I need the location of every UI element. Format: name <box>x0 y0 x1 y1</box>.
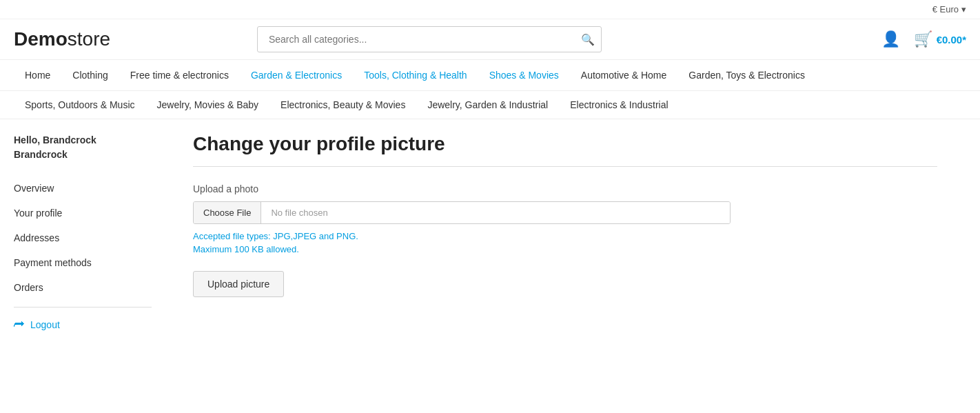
choose-file-button[interactable]: Choose File <box>194 202 261 223</box>
logout-label: Logout <box>30 319 60 330</box>
logo[interactable]: Demostore <box>14 28 110 50</box>
content-divider <box>193 166 937 167</box>
secondary-nav: Sports, Outdoors & Music Jewelry, Movies… <box>0 91 980 119</box>
currency-label: € Euro <box>932 4 959 14</box>
cart-icon: 🛒 <box>914 30 932 48</box>
logout-button[interactable]: ⮫ Logout <box>14 314 152 335</box>
search-container: 🔍 <box>257 26 602 52</box>
user-icon: 👤 <box>881 30 900 48</box>
greeting-line2: Brandcrock <box>14 148 152 162</box>
main-layout: Hello, Brandcrock Brandcrock Overview Yo… <box>0 119 965 349</box>
nav-item-automotive[interactable]: Automotive & Home <box>570 60 678 90</box>
content-area: Change your profile picture Upload a pho… <box>179 133 951 335</box>
cart-button[interactable]: 🛒 €0.00* <box>914 30 966 48</box>
page-title: Change your profile picture <box>193 133 937 155</box>
primary-nav: Home Clothing Free time & electronics Ga… <box>0 60 980 91</box>
sidebar-item-addresses[interactable]: Addresses <box>14 225 152 250</box>
logo-light: store <box>68 28 110 50</box>
nav-item-jewelry-baby[interactable]: Jewelry, Movies & Baby <box>146 91 270 119</box>
max-size-text: Maximum 100 KB allowed. <box>193 244 937 254</box>
logout-icon: ⮫ <box>14 319 25 331</box>
header: Demostore 🔍 👤 🛒 €0.00* <box>0 19 980 60</box>
logo-bold: Demo <box>14 28 68 50</box>
nav-item-shoes-movies[interactable]: Shoes & Movies <box>478 60 570 90</box>
file-input-wrapper: Choose File No file chosen <box>193 201 731 224</box>
user-account-button[interactable]: 👤 <box>881 30 900 48</box>
search-input[interactable] <box>257 26 602 52</box>
nav-item-sports[interactable]: Sports, Outdoors & Music <box>14 91 146 119</box>
header-actions: 👤 🛒 €0.00* <box>881 30 966 48</box>
sidebar-nav: Overview Your profile Addresses Payment … <box>14 176 152 300</box>
sidebar-divider <box>14 307 152 308</box>
sidebar-item-payment[interactable]: Payment methods <box>14 250 152 275</box>
greeting-line1: Hello, Brandcrock <box>14 133 152 148</box>
cart-amount: €0.00* <box>937 34 966 46</box>
search-button[interactable]: 🔍 <box>581 33 595 46</box>
file-name-display: No file chosen <box>261 202 730 223</box>
nav-item-garden-toys[interactable]: Garden, Toys & Electronics <box>677 60 816 90</box>
upload-picture-button[interactable]: Upload picture <box>193 271 284 297</box>
upload-label: Upload a photo <box>193 183 937 194</box>
nav-item-electronics-beauty[interactable]: Electronics, Beauty & Movies <box>269 91 416 119</box>
sidebar-item-orders[interactable]: Orders <box>14 275 152 300</box>
sidebar-item-profile[interactable]: Your profile <box>14 201 152 225</box>
accepted-types-text: Accepted file types: JPG,JPEG and PNG. <box>193 231 937 241</box>
currency-selector[interactable]: € Euro ▾ <box>932 4 966 14</box>
nav-item-jewelry-garden[interactable]: Jewelry, Garden & Industrial <box>416 91 559 119</box>
search-icon: 🔍 <box>581 34 595 46</box>
top-bar: € Euro ▾ <box>0 0 980 19</box>
sidebar: Hello, Brandcrock Brandcrock Overview Yo… <box>14 133 152 335</box>
sidebar-greeting: Hello, Brandcrock Brandcrock <box>14 133 152 162</box>
nav-item-home[interactable]: Home <box>14 60 61 90</box>
nav-item-electronics-industrial[interactable]: Electronics & Industrial <box>559 91 679 119</box>
nav-item-freetime[interactable]: Free time & electronics <box>119 60 240 90</box>
nav-item-tools-clothing[interactable]: Tools, Clothing & Health <box>353 60 478 90</box>
currency-chevron-icon: ▾ <box>961 4 966 14</box>
nav-item-garden-electronics[interactable]: Garden & Electronics <box>240 60 353 90</box>
nav-item-clothing[interactable]: Clothing <box>61 60 119 90</box>
sidebar-item-overview[interactable]: Overview <box>14 176 152 201</box>
